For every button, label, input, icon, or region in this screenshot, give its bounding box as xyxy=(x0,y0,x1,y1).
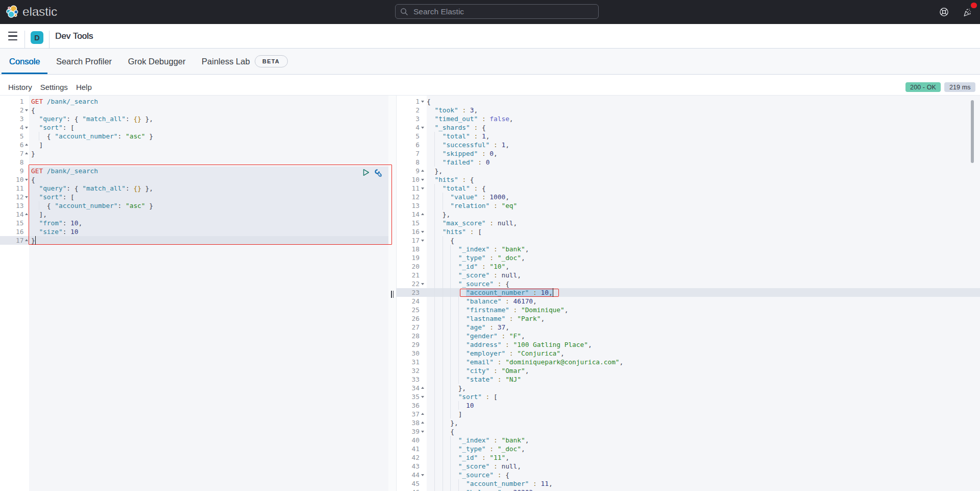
fold-close-icon[interactable] xyxy=(421,387,424,389)
response-code-line[interactable]: "age" : 37, xyxy=(427,323,509,332)
response-code-line[interactable]: "_score" : null, xyxy=(427,462,521,471)
request-code-line[interactable]: { "account_number": "asc" } xyxy=(31,201,153,210)
fold-open-icon[interactable] xyxy=(421,474,424,476)
fold-open-icon[interactable] xyxy=(421,240,424,242)
send-request-button[interactable] xyxy=(361,169,371,178)
request-code-line[interactable]: GET /bank/_search xyxy=(31,167,98,175)
response-code-line[interactable]: "account_number" : 11, xyxy=(427,479,553,488)
response-code-line[interactable]: "max_score" : null, xyxy=(427,219,517,227)
fold-open-icon[interactable] xyxy=(421,188,424,190)
request-code-line[interactable]: ] xyxy=(31,141,43,149)
fold-close-icon[interactable] xyxy=(421,170,424,172)
response-code-line[interactable]: "_shards" : { xyxy=(427,123,486,132)
fold-close-icon[interactable] xyxy=(421,213,424,215)
fold-open-icon[interactable] xyxy=(421,431,424,433)
response-code-line[interactable]: "_type" : "_doc", xyxy=(427,445,525,453)
response-code-line[interactable]: "_index" : "bank", xyxy=(427,245,529,253)
response-code-line[interactable]: "balance" : 20203, xyxy=(427,488,537,491)
response-code-line[interactable]: }, xyxy=(427,167,443,175)
response-scrollbar[interactable] xyxy=(971,100,974,163)
fold-open-icon[interactable] xyxy=(25,109,28,111)
request-code-line[interactable]: "size": 10 xyxy=(31,227,79,236)
wrench-icon[interactable] xyxy=(374,169,383,178)
menu-button[interactable] xyxy=(8,32,17,40)
request-code-line[interactable]: { xyxy=(31,106,35,114)
fold-open-icon[interactable] xyxy=(421,283,424,285)
response-code-line[interactable]: "sort" : [ xyxy=(427,392,498,401)
response-code-line[interactable]: "_id" : "10", xyxy=(427,262,509,271)
response-code-line[interactable]: "account_number" : 10, xyxy=(427,288,553,297)
response-code-line[interactable]: "timed_out" : false, xyxy=(427,114,513,123)
space-avatar[interactable]: D xyxy=(31,31,43,44)
request-code-line[interactable]: "query": { "match_all": {} }, xyxy=(31,114,153,123)
response-code-line[interactable]: "city" : "Omar", xyxy=(427,366,529,375)
response-code-line[interactable]: "total" : { xyxy=(427,184,486,193)
response-code-line[interactable]: { xyxy=(427,97,431,106)
response-code-line[interactable]: "_source" : { xyxy=(427,279,509,288)
fold-open-icon[interactable] xyxy=(421,179,424,181)
response-code-line[interactable]: "total" : 1, xyxy=(427,132,489,141)
response-code-line[interactable]: "gender" : "F", xyxy=(427,332,525,340)
fold-open-icon[interactable] xyxy=(421,396,424,398)
response-code-line[interactable]: "hits" : { xyxy=(427,175,474,184)
request-code-line[interactable]: } xyxy=(31,236,35,245)
elastic-logo[interactable] xyxy=(6,5,19,19)
fold-open-icon[interactable] xyxy=(25,179,28,181)
console-menu-history[interactable]: History xyxy=(8,83,32,91)
response-code-line[interactable]: "failed" : 0 xyxy=(427,158,489,167)
tab-grok-debugger[interactable]: Grok Debugger xyxy=(120,49,193,74)
response-code-line[interactable]: "address" : "100 Gatling Place", xyxy=(427,340,592,349)
help-button[interactable] xyxy=(934,0,954,24)
response-code-line[interactable]: "took" : 3, xyxy=(427,106,478,114)
console-menu-settings[interactable]: Settings xyxy=(40,83,68,91)
request-code-line[interactable]: "sort": [ xyxy=(31,193,75,201)
request-code-line[interactable]: "query": { "match_all": {} }, xyxy=(31,184,153,193)
response-code-line[interactable]: "employer" : "Conjurica", xyxy=(427,349,565,358)
request-code-line[interactable]: ], xyxy=(31,210,47,219)
resize-handle[interactable] xyxy=(390,290,395,300)
fold-open-icon[interactable] xyxy=(25,127,28,129)
fold-open-icon[interactable] xyxy=(421,231,424,233)
search-input[interactable] xyxy=(412,7,594,17)
fold-open-icon[interactable] xyxy=(25,196,28,198)
fold-close-icon[interactable] xyxy=(25,152,28,154)
response-code-line[interactable]: "successful" : 1, xyxy=(427,141,509,149)
fold-close-icon[interactable] xyxy=(25,144,28,146)
fold-close-icon[interactable] xyxy=(421,422,424,424)
response-code-line[interactable]: "_source" : { xyxy=(427,471,509,479)
fold-open-icon[interactable] xyxy=(421,127,424,129)
response-code-line[interactable]: }, xyxy=(427,384,466,392)
request-code-line[interactable]: { xyxy=(31,175,35,184)
response-code-line[interactable]: "_type" : "_doc", xyxy=(427,253,525,262)
response-code-line[interactable]: }, xyxy=(427,210,450,219)
tab-painless-lab[interactable]: Painless LabBETA xyxy=(193,49,296,74)
response-code-line[interactable]: "relation" : "eq" xyxy=(427,201,517,210)
response-code-line[interactable]: "_score" : null, xyxy=(427,271,521,279)
fold-open-icon[interactable] xyxy=(421,101,424,103)
request-code-line[interactable]: "sort": [ xyxy=(31,123,75,132)
response-code-line[interactable]: "state" : "NJ" xyxy=(427,375,521,384)
response-code-line[interactable]: "firstname" : "Dominique", xyxy=(427,306,568,314)
request-code-line[interactable]: GET /bank/_search xyxy=(31,97,98,106)
request-code-line[interactable]: "from": 10, xyxy=(31,219,82,227)
response-code-line[interactable]: 10 xyxy=(427,401,474,410)
request-code-line[interactable]: } xyxy=(31,149,35,158)
request-code-line[interactable]: { "account_number": "asc" } xyxy=(31,132,153,141)
fold-close-icon[interactable] xyxy=(421,413,424,415)
response-code-line[interactable]: "balance" : 46170, xyxy=(427,297,537,306)
response-code-line[interactable]: ] xyxy=(427,410,462,418)
tab-console[interactable]: Console xyxy=(1,49,48,74)
response-code-line[interactable]: "hits" : [ xyxy=(427,227,482,236)
response-code-line[interactable]: { xyxy=(427,236,454,245)
response-code-line[interactable]: "email" : "dominiquepark@conjurica.com", xyxy=(427,358,623,366)
tab-search-profiler[interactable]: Search Profiler xyxy=(48,49,120,74)
response-code-line[interactable]: "_index" : "bank", xyxy=(427,436,529,445)
response-code-line[interactable]: { xyxy=(427,427,454,436)
response-code-line[interactable]: "skipped" : 0, xyxy=(427,149,498,158)
response-code-line[interactable]: "lastname" : "Park", xyxy=(427,314,545,323)
console-menu-help[interactable]: Help xyxy=(76,83,92,91)
response-code-line[interactable]: }, xyxy=(427,418,458,427)
response-code-line[interactable]: "value" : 1000, xyxy=(427,193,509,201)
fold-close-icon[interactable] xyxy=(25,213,28,215)
fold-close-icon[interactable] xyxy=(25,239,28,241)
